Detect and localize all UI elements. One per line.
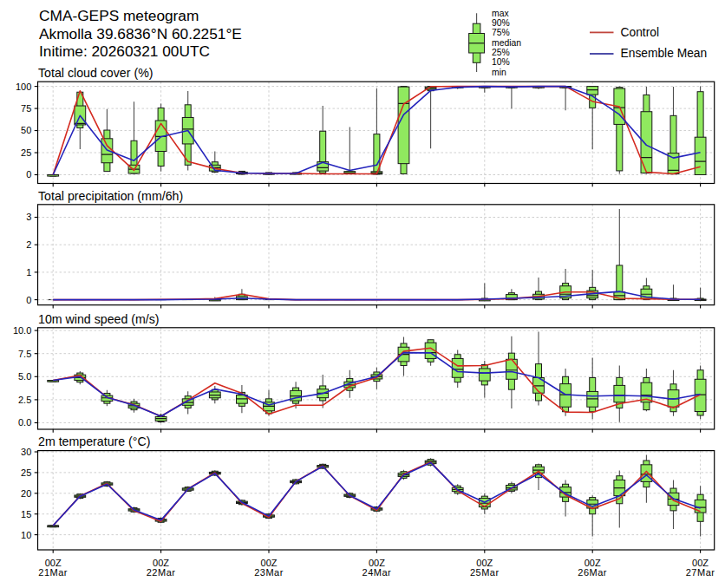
- svg-text:5.0: 5.0: [18, 371, 31, 382]
- svg-text:2: 2: [26, 239, 31, 250]
- svg-text:10m wind speed (m/s): 10m wind speed (m/s): [38, 312, 160, 326]
- svg-text:3: 3: [26, 212, 31, 222]
- svg-text:Initime: 20260321 00UTC: Initime: 20260321 00UTC: [39, 42, 210, 60]
- svg-text:20: 20: [21, 488, 31, 499]
- svg-text:25%: 25%: [492, 48, 510, 57]
- svg-text:0: 0: [26, 169, 31, 180]
- svg-text:Total cloud cover (%): Total cloud cover (%): [38, 66, 153, 80]
- svg-text:24Mar: 24Mar: [362, 567, 392, 578]
- svg-text:25Mar: 25Mar: [470, 567, 500, 578]
- svg-text:22Mar: 22Mar: [147, 567, 176, 578]
- svg-text:50: 50: [21, 125, 31, 135]
- svg-text:75: 75: [21, 103, 31, 114]
- svg-text:23Mar: 23Mar: [254, 567, 284, 578]
- svg-text:Akmolla 39.6836°N 60.2251°E: Akmolla 39.6836°N 60.2251°E: [39, 25, 242, 42]
- svg-text:21Mar: 21Mar: [38, 567, 68, 578]
- svg-text:7.5: 7.5: [18, 349, 31, 359]
- svg-text:Ensemble Mean: Ensemble Mean: [621, 47, 708, 60]
- svg-text:100: 100: [16, 82, 31, 92]
- svg-text:median: median: [492, 38, 521, 48]
- svg-text:Total precipitation (mm/6h): Total precipitation (mm/6h): [38, 189, 183, 203]
- svg-text:30: 30: [21, 447, 31, 457]
- svg-text:min: min: [492, 68, 506, 77]
- svg-text:10: 10: [21, 530, 31, 540]
- svg-text:75%: 75%: [492, 28, 510, 37]
- svg-text:27Mar: 27Mar: [686, 567, 715, 578]
- svg-text:1: 1: [26, 267, 31, 278]
- svg-text:90%: 90%: [492, 18, 510, 28]
- svg-text:Control: Control: [621, 26, 659, 39]
- svg-text:10%: 10%: [492, 57, 510, 67]
- svg-text:CMA-GEPS meteogram: CMA-GEPS meteogram: [39, 7, 199, 24]
- svg-text:2m temperature (°C): 2m temperature (°C): [38, 434, 150, 448]
- svg-text:0: 0: [26, 295, 31, 305]
- svg-text:25: 25: [21, 467, 31, 478]
- svg-text:15: 15: [21, 509, 31, 519]
- svg-text:0.0: 0.0: [18, 417, 31, 428]
- svg-text:max: max: [492, 9, 509, 18]
- svg-text:10.0: 10.0: [13, 325, 31, 336]
- svg-text:25: 25: [21, 147, 31, 158]
- svg-text:26Mar: 26Mar: [578, 567, 607, 578]
- svg-text:2.5: 2.5: [18, 395, 31, 405]
